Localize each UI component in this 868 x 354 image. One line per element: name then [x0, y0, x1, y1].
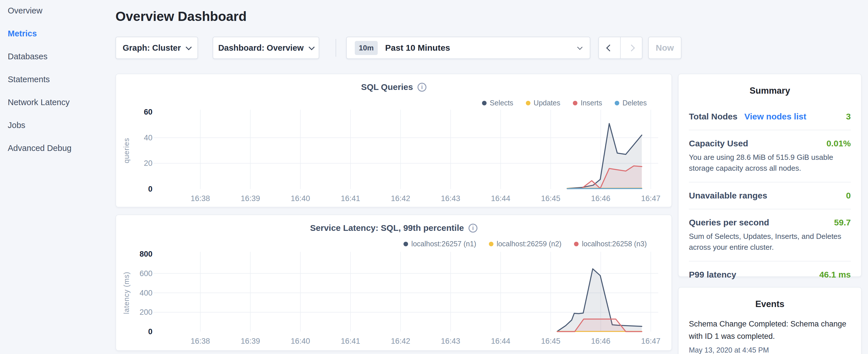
svg-text:40: 40 [144, 133, 152, 142]
svg-text:16:41: 16:41 [341, 337, 360, 345]
time-forward-button[interactable] [620, 37, 642, 58]
svg-text:16:41: 16:41 [341, 194, 360, 203]
sidebar-item-jobs[interactable]: Jobs [8, 121, 111, 129]
view-nodes-link[interactable]: View nodes list [744, 112, 806, 122]
sidebar: Overview Metrics Databases Statements Ne… [8, 7, 111, 167]
dashboard-dropdown[interactable]: Dashboard: Overview [213, 37, 319, 59]
chevron-left-icon [606, 44, 613, 51]
summary-value: 0 [846, 191, 851, 200]
page-title: Overview Dashboard [116, 9, 247, 24]
info-icon[interactable]: i [468, 224, 477, 232]
legend-label: Updates [534, 99, 560, 107]
sidebar-item-databases[interactable]: Databases [8, 53, 111, 61]
summary-row-p99-latency: P99 latency 46.1 ms [689, 261, 851, 288]
svg-text:16:39: 16:39 [241, 194, 260, 203]
legend-label: Selects [490, 99, 513, 107]
legend-label: localhost:26257 (n1) [411, 240, 476, 248]
event-timestamp: May 13, 2020 at 4:45 PM [689, 346, 851, 354]
svg-text:latency (ms): latency (ms) [122, 271, 130, 314]
legend-dot [574, 242, 579, 246]
svg-text:800: 800 [140, 250, 152, 258]
time-window-label: Past 10 Minutes [385, 43, 450, 53]
svg-text:20: 20 [144, 159, 152, 167]
graph-dropdown-label: Graph: Cluster [123, 43, 181, 53]
svg-text:16:44: 16:44 [491, 194, 510, 203]
legend-dot [573, 101, 578, 105]
svg-text:0: 0 [148, 327, 152, 336]
legend-item-n2[interactable]: localhost:26259 (n2) [489, 240, 562, 248]
svg-text:16:42: 16:42 [391, 194, 410, 203]
svg-text:16:43: 16:43 [441, 194, 461, 203]
svg-text:16:47: 16:47 [641, 337, 660, 345]
summary-value: 3 [846, 112, 851, 122]
graph-dropdown[interactable]: Graph: Cluster [116, 37, 198, 59]
svg-text:16:38: 16:38 [191, 337, 210, 345]
summary-label: Unavailable ranges [689, 191, 767, 200]
summary-title: Summary [689, 74, 851, 96]
now-button[interactable]: Now [648, 37, 681, 59]
chevron-down-icon [577, 44, 582, 50]
legend-item-n1[interactable]: localhost:26257 (n1) [403, 240, 476, 248]
legend-dot [489, 242, 493, 246]
legend-label: localhost:26258 (n3) [582, 240, 647, 248]
legend-item-n3[interactable]: localhost:26258 (n3) [574, 240, 647, 248]
legend-dot [526, 101, 530, 105]
svg-text:16:46: 16:46 [591, 337, 611, 345]
summary-description: You are using 28.6 MiB of 515.9 GiB usab… [689, 152, 851, 173]
sidebar-item-overview[interactable]: Overview [8, 7, 111, 15]
sidebar-item-advanced-debug[interactable]: Advanced Debug [8, 144, 111, 152]
time-nav [598, 37, 643, 59]
sql-queries-chart[interactable]: 020406016:3816:3916:4016:4116:4216:4316:… [116, 74, 673, 208]
svg-text:16:40: 16:40 [291, 194, 310, 203]
sidebar-item-metrics[interactable]: Metrics [8, 30, 111, 38]
svg-text:400: 400 [140, 289, 152, 297]
legend-item-selects[interactable]: Selects [482, 99, 513, 107]
chart-title-row: Service Latency: SQL, 99th percentile i [116, 223, 672, 233]
svg-text:16:45: 16:45 [541, 194, 560, 203]
summary-label: Total Nodes [689, 112, 737, 122]
controls-divider [336, 39, 336, 57]
legend-item-updates[interactable]: Updates [526, 99, 560, 107]
svg-text:16:47: 16:47 [641, 194, 660, 203]
summary-value: 59.7 [834, 218, 851, 227]
svg-text:16:39: 16:39 [241, 337, 260, 345]
svg-text:16:40: 16:40 [291, 337, 310, 345]
info-icon[interactable]: i [417, 83, 426, 92]
legend-item-inserts[interactable]: Inserts [573, 99, 602, 107]
svg-text:queries: queries [122, 138, 130, 163]
summary-value: 46.1 ms [819, 270, 851, 280]
summary-description: Sum of Selects, Updates, Inserts, and De… [689, 231, 851, 253]
event-message: Schema Change Completed: Schema change w… [689, 318, 851, 343]
time-window-selector[interactable]: 10m Past 10 Minutes [346, 37, 590, 59]
summary-row-capacity-used: Capacity Used 0.01% You are using 28.6 M… [689, 130, 851, 183]
chevron-down-icon [186, 44, 192, 50]
time-back-button[interactable] [599, 37, 620, 58]
svg-text:16:44: 16:44 [491, 337, 510, 345]
sidebar-item-statements[interactable]: Statements [8, 75, 111, 84]
summary-row-unavailable-ranges: Unavailable ranges 0 [689, 183, 851, 210]
sql-queries-chart-card: SQL Queries i Selects Updates Inserts De… [116, 74, 672, 207]
svg-text:16:38: 16:38 [191, 194, 210, 203]
summary-row-queries-per-second: Queries per second 59.7 Sum of Selects, … [689, 210, 851, 261]
svg-text:0: 0 [148, 185, 152, 193]
svg-text:200: 200 [140, 308, 152, 317]
svg-text:600: 600 [140, 269, 152, 278]
chart-title: Service Latency: SQL, 99th percentile [310, 223, 464, 233]
chevron-right-icon [628, 44, 635, 51]
svg-text:16:43: 16:43 [441, 337, 461, 345]
summary-panel: Summary Total Nodes View nodes list 3 Ca… [678, 74, 862, 277]
legend-dot [403, 242, 408, 246]
service-latency-chart[interactable]: 020040060080016:3816:3916:4016:4116:4216… [116, 215, 673, 351]
app-root: Overview Metrics Databases Statements Ne… [0, 0, 868, 354]
legend-label: Inserts [581, 99, 602, 107]
chart-title-row: SQL Queries i [116, 82, 672, 92]
chart-title: SQL Queries [361, 82, 413, 92]
sidebar-item-network-latency[interactable]: Network Latency [8, 98, 111, 106]
summary-row-total-nodes: Total Nodes View nodes list 3 [689, 100, 851, 130]
summary-value: 0.01% [827, 139, 851, 148]
legend-item-deletes[interactable]: Deletes [615, 99, 647, 107]
event-item: Schema Change Completed: Schema change w… [689, 318, 851, 354]
svg-text:16:45: 16:45 [541, 337, 560, 345]
summary-label: P99 latency [689, 270, 736, 280]
chevron-down-icon [308, 44, 314, 50]
